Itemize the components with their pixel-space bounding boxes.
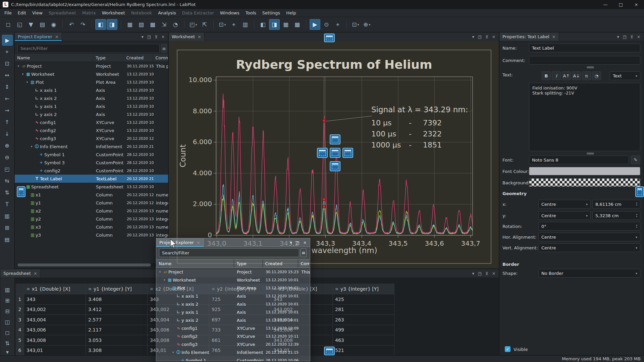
splitter-handle[interactable] (587, 153, 594, 155)
float-icon[interactable]: ◳ (478, 35, 482, 39)
add-legend-tool[interactable]: ▤ (2, 234, 12, 244)
cell[interactable]: 343,002 (24, 305, 86, 315)
menu-analysis[interactable]: Analysis (155, 9, 179, 17)
split-view-left-button[interactable]: ◧ (258, 19, 268, 30)
cell[interactable]: 3.053 (86, 335, 148, 346)
tile-view-button[interactable]: ▦ (280, 19, 291, 30)
shift-down-y-tool[interactable]: ↓ (2, 129, 12, 139)
close-icon[interactable]: × (34, 271, 37, 276)
filter-icon[interactable]: ≡ (161, 44, 167, 53)
row-number[interactable]: 5 (16, 335, 24, 346)
tree-row-config1[interactable]: ∿config1XYCurve13.12.2020 10:09 (15, 118, 168, 126)
tree-row-symbol-1[interactable]: +Symbol 1CustomPoint28.12.2020 10:06 (156, 356, 310, 361)
minimize-button[interactable]: — (598, 0, 613, 9)
save-project-button[interactable]: ▼ (25, 19, 36, 30)
pin-icon[interactable]: ⊻ (630, 35, 633, 39)
zoom-mode-button[interactable]: ⌖ (332, 19, 343, 30)
tab-spreadsheet[interactable]: Spreadsheet × (0, 269, 41, 278)
tree-row-config3[interactable]: ∿config3XYCurve20.12.2020 12:39 (15, 134, 168, 142)
superscript-button[interactable]: A↑ (562, 71, 571, 80)
close-icon[interactable]: × (161, 35, 165, 39)
pin-icon[interactable]: ⊻ (485, 271, 488, 276)
toggle-properties-dock-button[interactable]: ◨ (107, 19, 117, 30)
column-header-type[interactable]: Type (234, 259, 263, 267)
add-text-label-tool[interactable]: T (2, 199, 12, 209)
column-header-type[interactable]: Type (93, 54, 124, 62)
column-header-created[interactable]: Created (263, 259, 299, 267)
tree-row-symbol-1[interactable]: +Symbol 1CustomPoint28.12.2020 10:06 (15, 150, 168, 159)
pointer-mode-button[interactable]: ▶ (310, 19, 320, 30)
add-image-button[interactable]: ▥ (240, 19, 251, 30)
cell[interactable]: 521 (333, 346, 394, 356)
expander-icon[interactable]: ▾ (171, 351, 175, 354)
open-project-button[interactable]: ◱ (14, 19, 25, 30)
x-position-spinner[interactable]: 8,61136 cm ▴▾ (592, 200, 640, 208)
x-anchor-select[interactable]: Centre ▾ (538, 200, 591, 208)
close-icon[interactable]: × (55, 34, 59, 39)
dock-target-below[interactable] (330, 161, 340, 171)
tree-row-x-axis-2[interactable]: ∟x axis 2Axis13.12.2020 10:01 (156, 300, 310, 308)
row-number[interactable]: 6 (16, 346, 24, 356)
dock-target-top-edge[interactable] (324, 34, 335, 42)
cell[interactable]: 499 (333, 325, 394, 336)
auto-scale-tool[interactable]: ◰ (2, 164, 12, 174)
curve-config3[interactable] (216, 195, 473, 234)
floating-project-explorer[interactable]: Project Explorer × ▾◳× ≡ NameTypeCreated… (156, 238, 310, 361)
pin-icon[interactable]: ⊻ (155, 35, 158, 39)
border-shape-select[interactable]: No Border ▾ (538, 269, 640, 278)
select-column-tool[interactable]: ▥ (2, 285, 12, 295)
tab-project-explorer-floating[interactable]: Project Explorer × (156, 238, 204, 247)
spinner-arrows[interactable]: ▴▾ (636, 213, 637, 218)
tree-row-y-axis-1[interactable]: ∟y axis 1Axis13.12.2020 10:01 (156, 308, 310, 316)
maximize-button[interactable]: □ (613, 0, 629, 9)
dock-target-bottom-edge[interactable] (324, 347, 335, 355)
new-workbook-button[interactable]: ▦ (124, 19, 135, 30)
menu-settings[interactable]: Settings (259, 9, 283, 17)
dock-target-left[interactable] (317, 148, 328, 158)
tree-row-config2[interactable]: ∿config2XYCurve13.12.2020 10:11 (15, 126, 168, 134)
cell[interactable]: 263 (333, 315, 394, 325)
cell[interactable]: 343 (24, 294, 86, 305)
new-matrix-button[interactable]: ▩ (147, 19, 158, 30)
info-element-label[interactable]: Signal at λ = 343.29 nm:10 µs-7392100 µs… (371, 105, 472, 150)
tree-row-plot[interactable]: ▾▧PlotPlot Area13.12.2020 10:01 (156, 284, 310, 292)
column-header-y1-integer-y[interactable]: ≡y1 {Integer} [Y] (86, 284, 148, 294)
dock-menu-icon[interactable]: ▾ (290, 240, 292, 245)
tree-row-x-axis-1[interactable]: ∟x axis 1Axis13.12.2020 10:01 (156, 292, 310, 300)
cell[interactable]: 343,008 (24, 335, 86, 346)
select-region-button[interactable]: ⊡▾ (217, 19, 228, 30)
column-header-name[interactable]: Name (156, 259, 234, 267)
menu-spreadsheet[interactable]: Spreadsheet (46, 9, 79, 17)
new-worksheet-button[interactable]: ◰▾ (188, 19, 199, 30)
tree-row-info-element[interactable]: ▾ⓘInfo ElementInfoElement20.12.2020 21:1… (156, 348, 310, 356)
menu-matrix[interactable]: Matrix (79, 9, 99, 17)
menu-notebook[interactable]: Notebook (128, 9, 155, 17)
export-worksheet-button[interactable]: ⇱ (199, 19, 210, 30)
dock-menu-icon[interactable]: ▾ (472, 35, 474, 39)
comment-input[interactable] (529, 56, 640, 65)
cell[interactable]: 343,004 (24, 315, 86, 325)
shift-up-y-tool[interactable]: ↑ (2, 117, 12, 127)
dock-menu-icon[interactable]: ▾ (142, 35, 144, 39)
zoom-in-tool[interactable]: ⊕ (2, 140, 12, 150)
print-preview-button[interactable]: ◉ (48, 19, 59, 30)
dock-menu-icon[interactable]: ▾ (472, 271, 474, 276)
insert-row-tool[interactable]: ⊞ (2, 295, 12, 305)
color-theme-button[interactable]: ◔ (170, 19, 181, 30)
expander-icon[interactable]: ▾ (158, 270, 162, 274)
scrollbar-thumb[interactable] (17, 263, 151, 266)
tree-row-x1[interactable]: ▥x1Column20.12.2020 12:39numerical (15, 191, 168, 199)
name-input[interactable]: Text Label (529, 44, 640, 52)
dock-target-left-edge[interactable] (17, 186, 25, 197)
crosshair-tool[interactable]: ⌖ (2, 47, 12, 57)
column-header-name[interactable]: Name (15, 54, 93, 62)
add-plot-tool[interactable]: ⊞ (2, 223, 12, 233)
float-icon[interactable]: ◳ (296, 240, 300, 245)
tree-row-y3[interactable]: ▥y3Column20.12.2020 13:56integer da (15, 231, 168, 239)
info-element-marker[interactable] (323, 198, 326, 201)
fit-selection-button[interactable]: ⌖ (228, 19, 239, 30)
new-spreadsheet-button[interactable]: ▧ (136, 19, 147, 30)
cascade-view-button[interactable]: ▩ (292, 19, 303, 30)
tree-row-y-axis-1[interactable]: ∟y axis 1Axis13.12.2020 10:01 (15, 102, 168, 110)
tree-row-worksheet[interactable]: ▾▦WorksheetWorksheet13.12.2020 10:01 (156, 276, 310, 284)
